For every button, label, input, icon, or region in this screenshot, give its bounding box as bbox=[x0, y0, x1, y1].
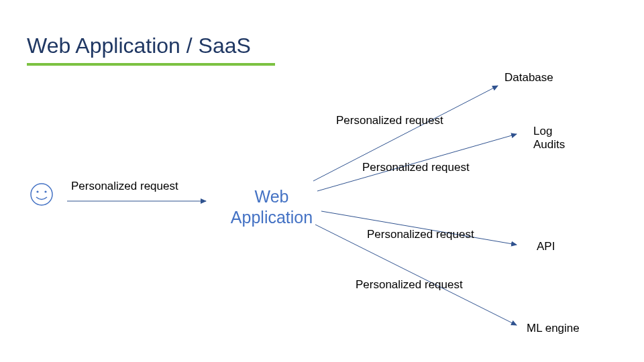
edge-label-user-to-web: Personalized request bbox=[71, 180, 178, 193]
target-ml: ML engine bbox=[527, 322, 580, 335]
edge-label-web-to-ml: Personalized request bbox=[356, 278, 463, 292]
title-underline bbox=[27, 63, 275, 66]
target-api: API bbox=[537, 240, 555, 253]
svg-point-2 bbox=[44, 190, 46, 192]
center-node-line2: Application bbox=[221, 207, 322, 228]
center-node-web-application: Web Application bbox=[221, 186, 322, 229]
target-log-line1: Log bbox=[533, 125, 552, 138]
svg-point-0 bbox=[31, 184, 52, 205]
edge-label-web-to-api: Personalized request bbox=[367, 228, 474, 241]
svg-point-1 bbox=[36, 190, 38, 192]
target-database: Database bbox=[504, 71, 553, 84]
target-log-line2: Audits bbox=[533, 138, 565, 152]
center-node-line1: Web bbox=[221, 186, 322, 207]
edge-label-web-to-database: Personalized request bbox=[336, 114, 443, 127]
edge-label-web-to-logs: Personalized request bbox=[362, 161, 470, 174]
user-smiley-icon bbox=[30, 182, 54, 209]
page-title: Web Application / SaaS bbox=[27, 34, 251, 58]
